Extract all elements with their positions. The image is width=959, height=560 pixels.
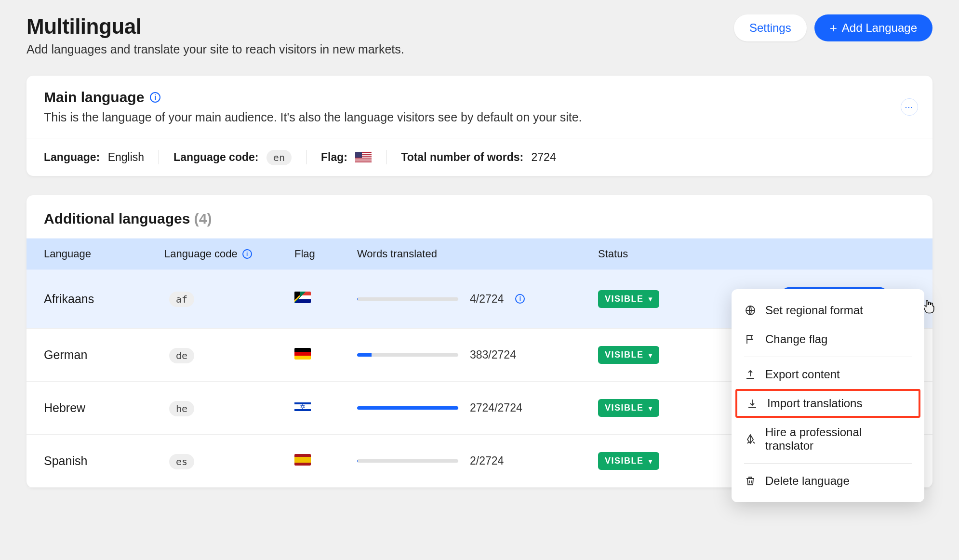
dropdown-item-label: Import translations (767, 397, 862, 410)
progress-bar (357, 406, 458, 410)
chevron-down-icon: ▾ (649, 404, 653, 412)
row-actions-dropdown: Set regional formatChange flagExport con… (732, 289, 924, 502)
dropdown-item-export-content[interactable]: Export content (732, 360, 924, 389)
flag-de-icon (294, 348, 311, 360)
dropdown-item-label: Set regional format (765, 304, 863, 317)
col-flag: Flag (294, 248, 357, 260)
dropdown-item-hire-a-professional-translator[interactable]: Hire a professional translator (732, 418, 924, 460)
value-language-code: en (266, 150, 292, 165)
dropdown-item-set-regional-format[interactable]: Set regional format (732, 296, 924, 325)
progress-text: 2/2724 (470, 454, 504, 467)
add-language-button[interactable]: + Add Language (814, 14, 932, 41)
page-subtitle: Add languages and translate your site to… (27, 42, 404, 56)
value-total-words: 2724 (532, 151, 556, 163)
status-badge[interactable]: VISIBLE▾ (598, 452, 659, 470)
dropdown-item-label: Delete language (765, 474, 850, 488)
table-header-row: Language Language code i Flag Words tran… (27, 239, 932, 269)
progress-text: 383/2724 (470, 348, 516, 361)
main-language-heading: Main language i (44, 89, 160, 106)
col-status: Status (598, 248, 752, 260)
label-flag: Flag: (321, 151, 347, 163)
dropdown-item-label: Hire a professional translator (765, 426, 912, 453)
chevron-down-icon: ▾ (649, 295, 653, 303)
divider (306, 150, 306, 164)
progress-bar (357, 353, 458, 357)
cell-language-code: af (169, 292, 194, 307)
cell-language-code: es (169, 454, 194, 469)
cell-language-name: Afrikaans (44, 292, 164, 306)
main-language-card: Main language i This is the language of … (27, 76, 932, 176)
progress-text: 2724/2724 (470, 401, 522, 414)
flag-us-icon (355, 152, 372, 163)
dropdown-item-change-flag[interactable]: Change flag (732, 325, 924, 354)
status-badge[interactable]: VISIBLE▾ (598, 346, 659, 364)
info-icon[interactable]: i (515, 294, 525, 304)
progress-bar (357, 297, 458, 301)
divider (159, 150, 159, 164)
info-icon[interactable]: i (150, 92, 160, 103)
col-language: Language (44, 248, 164, 260)
chevron-down-icon: ▾ (649, 457, 653, 465)
settings-button[interactable]: Settings (734, 14, 807, 41)
cell-language-name: Hebrew (44, 401, 164, 415)
flag-il-icon (294, 401, 311, 413)
status-badge[interactable]: VISIBLE▾ (598, 290, 659, 308)
globe-icon (744, 304, 757, 317)
info-icon[interactable]: i (242, 249, 252, 259)
dropdown-separator (744, 357, 912, 357)
cell-language-name: German (44, 348, 164, 362)
flag-sa-icon (294, 292, 311, 303)
progress-text: 4/2724 (470, 293, 504, 306)
label-total-words: Total number of words: (401, 151, 523, 163)
download-icon (746, 397, 759, 410)
dropdown-item-label: Change flag (765, 333, 827, 346)
cell-language-code: he (169, 401, 194, 416)
dropdown-item-label: Export content (765, 368, 840, 381)
label-language: Language: (44, 151, 100, 163)
page-title: Multilingual (27, 14, 404, 39)
upload-icon (744, 368, 757, 381)
cell-language-code: de (169, 348, 194, 363)
flag-es-icon (294, 454, 311, 466)
col-language-code: Language code i (164, 248, 294, 260)
plus-icon: + (830, 22, 837, 34)
main-language-description: This is the language of your main audien… (44, 110, 915, 124)
dropdown-separator (744, 463, 912, 464)
divider (386, 150, 386, 164)
chevron-down-icon: ▾ (649, 351, 653, 359)
value-language: English (108, 151, 144, 163)
label-language-code: Language code: (173, 151, 258, 163)
pen-icon (744, 433, 757, 445)
dropdown-item-delete-language[interactable]: Delete language (732, 467, 924, 495)
dropdown-item-import-translations[interactable]: Import translations (735, 389, 920, 418)
cell-language-name: Spanish (44, 454, 164, 468)
trash-icon (744, 475, 757, 487)
col-words-translated: Words translated (357, 248, 598, 260)
flag-icon (744, 333, 757, 346)
status-badge[interactable]: VISIBLE▾ (598, 399, 659, 417)
main-language-more-button[interactable]: ⋯ (901, 98, 918, 116)
additional-languages-heading: Additional languages (4) (27, 195, 932, 239)
progress-bar (357, 459, 458, 463)
add-language-label: Add Language (842, 21, 917, 35)
